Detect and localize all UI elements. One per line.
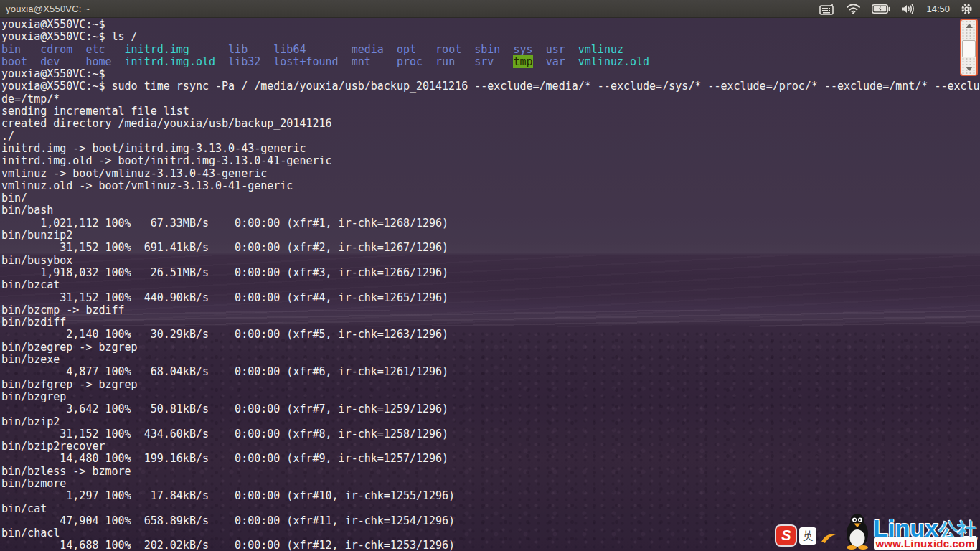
terminal-line: 4,877 100% 68.04kB/s 0:00:00 (xfr#6, ir-…	[1, 366, 980, 378]
terminal-line: bin/bunzip2	[1, 230, 980, 242]
terminal-line: bin/bzfgrep -> bzgrep	[1, 379, 980, 391]
terminal-line: 14,480 100% 199.16kB/s 0:00:00 (xfr#9, i…	[1, 453, 980, 465]
terminal-line: de=/tmp/*	[1, 93, 980, 105]
terminal-line: bin cdrom etc initrd.img lib lib64 media…	[1, 44, 980, 56]
terminal-line: 1,021,112 100% 67.33MB/s 0:00:00 (xfr#1,…	[1, 217, 980, 230]
sogou-input-icon[interactable]: S	[776, 526, 796, 545]
battery-charging-icon[interactable]	[872, 4, 890, 14]
terminal-line: initrd.img -> boot/initrd.img-3.13.0-43-…	[1, 143, 980, 155]
terminal-line: bin/bzexe	[1, 354, 980, 366]
keyboard-icon[interactable]	[819, 3, 835, 15]
terminal-line: youxia@X550VC:~$	[1, 68, 980, 80]
terminal-line: bin/bzmore	[1, 478, 980, 490]
terminal-line: ./	[1, 131, 980, 143]
terminal-line: 2,140 100% 30.29kB/s 0:00:00 (xfr#5, ir-…	[1, 329, 980, 341]
wifi-icon[interactable]	[846, 3, 861, 14]
terminal-line: bin/bzgrep	[1, 391, 980, 403]
terminal-line: bin/bzip2	[1, 416, 980, 428]
scrollbar-up-arrow-icon[interactable]	[966, 24, 973, 28]
watermark-area: S 英 Linux 公社 www.Linuxidc.com	[776, 512, 977, 550]
gear-icon[interactable]	[961, 3, 973, 15]
terminal-line: initrd.img.old -> boot/initrd.img-3.13.0…	[1, 155, 980, 167]
terminal-line: vmlinuz.old -> boot/vmlinuz-3.13.0-41-ge…	[1, 180, 980, 192]
terminal-line: 31,152 100% 691.41kB/s 0:00:00 (xfr#2, i…	[1, 242, 980, 254]
terminal-line: bin/bzip2recover	[1, 441, 980, 453]
terminal-line: 31,152 100% 440.90kB/s 0:00:00 (xfr#4, i…	[1, 292, 980, 304]
input-mode-badge[interactable]: 英	[799, 527, 816, 545]
terminal-line: sending incremental file list	[1, 105, 980, 118]
terminal-line: youxia@X550VC:~$	[1, 19, 980, 31]
terminal-line: youxia@X550VC:~$ sudo time rsync -Pa / /…	[1, 80, 980, 93]
terminal-line: boot dev home initrd.img.old lib32 lost+…	[1, 56, 980, 68]
terminal-line: bin/bzdiff	[1, 316, 980, 329]
clock-indicator[interactable]: 14:50	[926, 4, 950, 14]
terminal-line: 1,297 100% 17.84kB/s 0:00:00 (xfr#10, ir…	[1, 490, 980, 502]
terminal-line: bin/bzcat	[1, 279, 980, 291]
terminal-line: youxia@X550VC:~$ ls /	[1, 31, 980, 43]
window-title: youxia@X550VC: ~	[6, 4, 90, 14]
overlay-scrollbar[interactable]	[960, 19, 978, 76]
terminal-line: bin/busybox	[1, 255, 980, 267]
scrollbar-down-arrow-icon[interactable]	[966, 67, 973, 71]
brand-url: www.Linuxidc.com	[874, 537, 978, 550]
terminal-line: bin/	[1, 192, 980, 204]
terminal-line: vmlinuz -> boot/vmlinuz-3.13.0-43-generi…	[1, 168, 980, 180]
terminal-screen[interactable]: youxia@X550VC:~$youxia@X550VC:~$ ls /bin…	[0, 17, 980, 551]
terminal-line: bin/bzless -> bzmore	[1, 466, 980, 478]
terminal-line: 31,152 100% 434.60kB/s 0:00:00 (xfr#8, i…	[1, 428, 980, 441]
terminal-line: created directory /media/youxia/usb/back…	[1, 118, 980, 130]
system-tray: 14:50	[819, 3, 973, 15]
tux-penguin-icon	[841, 512, 874, 550]
terminal-output: youxia@X550VC:~$youxia@X550VC:~$ ls /bin…	[1, 19, 980, 551]
linuxidc-watermark: Linux 公社 www.Linuxidc.com	[873, 516, 977, 550]
brand-text: Linux	[873, 516, 938, 540]
top-menubar: youxia@X550VC: ~	[0, 0, 980, 18]
volume-icon[interactable]	[901, 4, 915, 14]
terminal-line: bin/bash	[1, 204, 980, 217]
terminal-line: 3,642 100% 50.81kB/s 0:00:00 (xfr#7, ir-…	[1, 403, 980, 415]
swoosh-icon	[820, 531, 837, 544]
scrollbar-thumb[interactable]	[962, 40, 976, 57]
terminal-line: bin/bzegrep -> bzgrep	[1, 342, 980, 354]
terminal-line: bin/bzcmp -> bzdiff	[1, 304, 980, 316]
terminal-line: 1,918,032 100% 26.51MB/s 0:00:00 (xfr#3,…	[1, 267, 980, 279]
desktop: youxia@X550VC:~$youxia@X550VC:~$ ls /bin…	[0, 0, 980, 551]
